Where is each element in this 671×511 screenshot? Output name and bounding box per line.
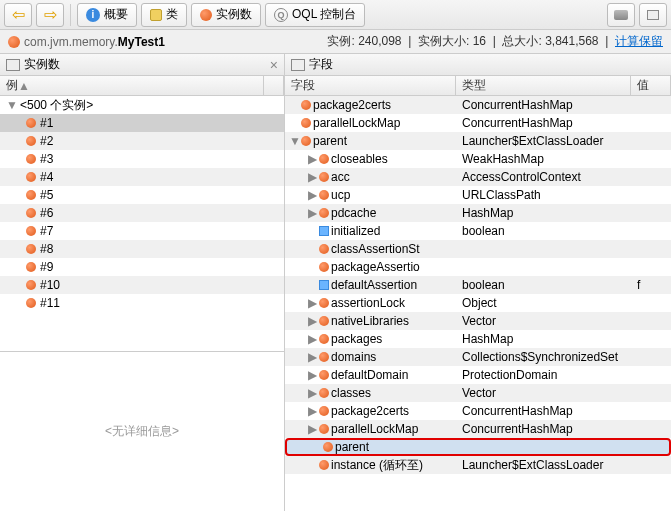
field-row[interactable]: packageAssertio xyxy=(285,258,671,276)
field-type: HashMap xyxy=(456,206,631,220)
field-name: parent xyxy=(313,134,347,148)
object-icon xyxy=(319,352,329,362)
field-type: boolean xyxy=(456,224,631,238)
twisty-icon[interactable]: ▶ xyxy=(307,188,317,202)
field-name: package2certs xyxy=(313,98,391,112)
instances-panel: 实例数 × 例 ▲ ▼<500 个实例>#1#2#3#4#5#6#7#8#9#1… xyxy=(0,54,285,511)
twisty-icon[interactable]: ▶ xyxy=(307,404,317,418)
field-name: initialized xyxy=(331,224,380,238)
db-icon xyxy=(614,10,628,20)
twisty-icon[interactable]: ▶ xyxy=(307,170,317,184)
tool-button-2[interactable] xyxy=(639,3,667,27)
instance-row[interactable]: #7 xyxy=(0,222,284,240)
twisty-icon[interactable]: ▼ xyxy=(6,98,16,112)
field-name: pdcache xyxy=(331,206,376,220)
col-field[interactable]: 字段 xyxy=(285,76,456,95)
twisty-icon[interactable]: ▶ xyxy=(307,350,317,364)
instance-icon xyxy=(26,190,36,200)
instance-row[interactable]: #1 xyxy=(0,114,284,132)
object-icon xyxy=(319,262,329,272)
object-icon xyxy=(319,424,329,434)
instance-row[interactable]: #8 xyxy=(0,240,284,258)
twisty-icon[interactable]: ▼ xyxy=(289,134,299,148)
instance-label: #9 xyxy=(40,260,53,274)
fields-list[interactable]: package2certsConcurrentHashMapparallelLo… xyxy=(285,96,671,511)
instance-row[interactable]: #6 xyxy=(0,204,284,222)
instance-row[interactable]: #2 xyxy=(0,132,284,150)
retained-link[interactable]: 计算保留 xyxy=(615,34,663,48)
object-icon xyxy=(319,460,329,470)
field-type: Vector xyxy=(456,314,631,328)
field-row[interactable]: parent xyxy=(285,438,671,456)
back-button[interactable]: ⇦ xyxy=(4,3,32,27)
field-row[interactable]: ▶package2certsConcurrentHashMap xyxy=(285,402,671,420)
field-row[interactable]: defaultAssertionbooleanf xyxy=(285,276,671,294)
field-type: AccessControlContext xyxy=(456,170,631,184)
overview-button[interactable]: i概要 xyxy=(77,3,137,27)
twisty-icon[interactable]: ▶ xyxy=(307,206,317,220)
col-extra[interactable] xyxy=(264,76,284,95)
field-type: Launcher$ExtClassLoader xyxy=(456,458,631,472)
field-row[interactable]: parallelLockMapConcurrentHashMap xyxy=(285,114,671,132)
col-type[interactable]: 类型 xyxy=(456,76,631,95)
field-row[interactable]: ▶closeablesWeakHashMap xyxy=(285,150,671,168)
field-name: closeables xyxy=(331,152,388,166)
twisty-icon[interactable]: ▶ xyxy=(307,314,317,328)
twisty-icon[interactable]: ▶ xyxy=(307,386,317,400)
instance-group[interactable]: ▼<500 个实例> xyxy=(0,96,284,114)
instance-row[interactable]: #4 xyxy=(0,168,284,186)
fields-panel: 字段 字段 类型 值 package2certsConcurrentHashMa… xyxy=(285,54,671,511)
col-instance[interactable]: 例 ▲ xyxy=(0,76,264,95)
field-type: Collections$SynchronizedSet xyxy=(456,350,631,364)
field-row[interactable]: ▶packagesHashMap xyxy=(285,330,671,348)
field-row[interactable]: ▶pdcacheHashMap xyxy=(285,204,671,222)
classes-button[interactable]: 类 xyxy=(141,3,187,27)
field-row[interactable]: ▶domainsCollections$SynchronizedSet xyxy=(285,348,671,366)
field-row[interactable]: ▶ucpURLClassPath xyxy=(285,186,671,204)
tool-button-1[interactable] xyxy=(607,3,635,27)
field-type: ConcurrentHashMap xyxy=(456,98,631,112)
twisty-icon[interactable]: ▶ xyxy=(307,422,317,436)
twisty-icon[interactable]: ▶ xyxy=(307,332,317,346)
field-row[interactable]: ▶assertionLockObject xyxy=(285,294,671,312)
twisty-icon[interactable]: ▶ xyxy=(307,152,317,166)
instance-label: #8 xyxy=(40,242,53,256)
twisty-icon[interactable]: ▶ xyxy=(307,368,317,382)
field-type: boolean xyxy=(456,278,631,292)
col-value[interactable]: 值 xyxy=(631,76,671,95)
instance-row[interactable]: #11 xyxy=(0,294,284,312)
instance-row[interactable]: #3 xyxy=(0,150,284,168)
field-row[interactable]: ▶parallelLockMapConcurrentHashMap xyxy=(285,420,671,438)
instance-icon xyxy=(26,262,36,272)
object-icon xyxy=(319,208,329,218)
oql-button[interactable]: QOQL 控制台 xyxy=(265,3,365,27)
twisty-icon[interactable]: ▶ xyxy=(307,296,317,310)
instance-row[interactable]: #9 xyxy=(0,258,284,276)
instance-row[interactable]: #5 xyxy=(0,186,284,204)
field-row[interactable]: ▶accAccessControlContext xyxy=(285,168,671,186)
object-icon xyxy=(319,190,329,200)
instance-icon xyxy=(200,9,212,21)
instance-row[interactable]: #10 xyxy=(0,276,284,294)
field-row[interactable]: instance (循环至)Launcher$ExtClassLoader xyxy=(285,456,671,474)
instance-label: #10 xyxy=(40,278,60,292)
field-type: Launcher$ExtClassLoader xyxy=(456,134,631,148)
forward-button[interactable]: ⇨ xyxy=(36,3,64,27)
field-row[interactable]: ▼parentLauncher$ExtClassLoader xyxy=(285,132,671,150)
field-row[interactable]: classAssertionSt xyxy=(285,240,671,258)
field-type: ProtectionDomain xyxy=(456,368,631,382)
field-row[interactable]: initializedboolean xyxy=(285,222,671,240)
object-icon xyxy=(301,100,311,110)
field-row[interactable]: ▶nativeLibrariesVector xyxy=(285,312,671,330)
field-name: domains xyxy=(331,350,376,364)
instance-icon xyxy=(26,136,36,146)
instances-list[interactable]: ▼<500 个实例>#1#2#3#4#5#6#7#8#9#10#11 xyxy=(0,96,284,351)
field-type: URLClassPath xyxy=(456,188,631,202)
field-row[interactable]: ▶classesVector xyxy=(285,384,671,402)
instances-button[interactable]: 实例数 xyxy=(191,3,261,27)
close-icon[interactable]: × xyxy=(270,57,278,73)
field-row[interactable]: package2certsConcurrentHashMap xyxy=(285,96,671,114)
object-icon xyxy=(319,298,329,308)
field-row[interactable]: ▶defaultDomainProtectionDomain xyxy=(285,366,671,384)
instance-label: #4 xyxy=(40,170,53,184)
